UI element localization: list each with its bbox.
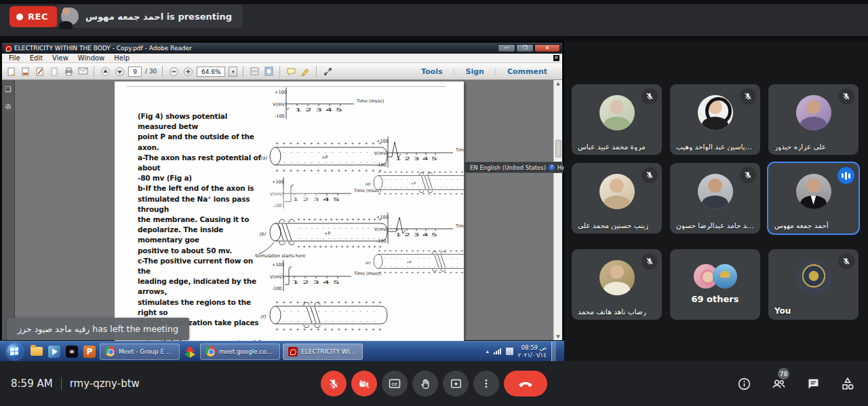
avatar bbox=[796, 174, 831, 209]
taskbar-button-meet[interactable]: Meet - Group E - ... bbox=[100, 344, 180, 360]
pinwheel-app-icon[interactable] bbox=[182, 344, 197, 359]
previous-page-icon[interactable] bbox=[100, 66, 111, 77]
document-icon[interactable] bbox=[49, 66, 60, 77]
svg-text:(a): (a) bbox=[260, 155, 267, 161]
language-label[interactable]: EN English (United States) bbox=[470, 164, 546, 171]
mic-off-icon bbox=[838, 253, 854, 270]
axon-panel-a: (a) + + + + + + + + + + + + + + + + - - … bbox=[260, 141, 387, 172]
more-vertical-icon bbox=[481, 378, 492, 389]
print-icon[interactable] bbox=[63, 66, 74, 77]
chat-button[interactable] bbox=[805, 375, 821, 392]
menu-help[interactable]: Help bbox=[110, 54, 134, 62]
meeting-details-button[interactable] bbox=[736, 375, 752, 392]
action-center-flag-icon[interactable] bbox=[506, 348, 513, 355]
close-button[interactable]: ✕ bbox=[534, 44, 560, 52]
tools-link[interactable]: Tools bbox=[416, 67, 448, 76]
graph-e: +100 V(mV) -100 1 2 3 4 5 Time (msec) bbox=[374, 213, 464, 244]
svg-text:Time (msec): Time (msec) bbox=[356, 98, 384, 104]
powerpoint-icon[interactable]: P bbox=[82, 344, 97, 359]
participant-tile[interactable]: مروة محمد عبيد عباس bbox=[572, 84, 662, 155]
help-icon[interactable]: ? bbox=[549, 164, 555, 170]
svg-text:+P: +P bbox=[406, 260, 411, 264]
scroll-up-icon[interactable]: ▲ bbox=[556, 81, 559, 86]
others-tile[interactable]: 69 others bbox=[670, 249, 760, 320]
zoom-in-icon[interactable] bbox=[182, 66, 193, 77]
tray-expand-icon[interactable]: ▴ bbox=[486, 348, 489, 354]
language-bar[interactable]: EN English (United States) ? Help ▴▾ bbox=[464, 162, 563, 173]
participant-tile[interactable]: رضاب ناهد هاتف محمد bbox=[572, 249, 662, 320]
participant-tile[interactable]: تبارك ياسين عبد الواحد وهيب bbox=[670, 84, 760, 155]
menu-view[interactable]: View bbox=[48, 54, 73, 62]
comment-bubble-icon[interactable] bbox=[285, 66, 296, 77]
email-icon[interactable] bbox=[77, 66, 88, 77]
scroll-down-icon[interactable]: ▼ bbox=[556, 334, 559, 339]
presentation-share-area[interactable]: ELECTRICITY WITHIN THE BODY - Copy.pdf -… bbox=[0, 41, 564, 361]
edit-document-icon[interactable] bbox=[35, 66, 45, 77]
participants-button[interactable]: 78 bbox=[770, 375, 787, 392]
mic-off-icon bbox=[642, 167, 658, 183]
save-icon[interactable] bbox=[20, 66, 31, 77]
minimize-button[interactable]: — bbox=[498, 44, 515, 52]
top-header: REC احمد جمعه مهوس is presenting bbox=[0, 0, 868, 41]
participant-tile[interactable]: زينب حسنين محمد علي bbox=[572, 163, 662, 234]
svg-text:1 2 3 4 5: 1 2 3 4 5 bbox=[395, 232, 437, 238]
scrollbar-thumb[interactable] bbox=[555, 140, 561, 158]
participant-name: أحمد جمعه مهوس bbox=[774, 221, 852, 229]
camera-toggle-button[interactable] bbox=[351, 371, 377, 396]
window-titlebar[interactable]: ELECTRICITY WITHIN THE BODY - Copy.pdf -… bbox=[2, 43, 562, 54]
start-button[interactable] bbox=[7, 344, 22, 359]
menu-window[interactable]: Window bbox=[74, 54, 108, 62]
recording-label: REC bbox=[28, 12, 48, 22]
open-file-icon[interactable] bbox=[6, 66, 17, 77]
svg-text:- - - - - - - - - - - - - -: - - - - - - - - - - - - - - bbox=[300, 225, 376, 230]
zoom-out-icon[interactable] bbox=[168, 66, 179, 77]
next-page-icon[interactable] bbox=[114, 66, 125, 77]
page-number-input[interactable]: 9 bbox=[128, 67, 142, 77]
present-button[interactable] bbox=[443, 371, 469, 396]
participant-name: مروة محمد عبيد عباس bbox=[578, 143, 656, 151]
system-tray: ▴ 08:59 ص ٢٠٢١/٠٦/١٤ bbox=[486, 342, 563, 362]
zoom-dropdown-icon[interactable]: ▾ bbox=[229, 67, 237, 77]
info-icon bbox=[737, 377, 751, 391]
captions-button[interactable]: CC bbox=[382, 371, 408, 396]
svg-text:+100: +100 bbox=[272, 262, 284, 267]
svg-text:-100: -100 bbox=[275, 113, 285, 119]
svg-text:+100: +100 bbox=[272, 179, 284, 185]
maximize-button[interactable]: ❐ bbox=[516, 44, 534, 52]
participant-tile[interactable]: أحمد حامد عبدالرضا حسون bbox=[670, 163, 760, 234]
menu-edit[interactable]: Edit bbox=[26, 54, 47, 62]
show-desktop-button[interactable] bbox=[551, 342, 556, 362]
document-close-icon[interactable]: ✕ bbox=[553, 55, 559, 61]
sign-link[interactable]: Sign bbox=[460, 67, 489, 76]
more-options-button[interactable] bbox=[473, 371, 499, 396]
raise-hand-button[interactable] bbox=[412, 371, 438, 396]
sign-pen-icon[interactable] bbox=[300, 66, 311, 77]
svg-text:+ + + + + + + + + + + + + + +: + + + + + + + + + + + + + + + + bbox=[275, 141, 382, 145]
camera-app-icon[interactable] bbox=[64, 344, 79, 359]
taskbar-button-meet-google[interactable]: meet.google.com... bbox=[200, 344, 280, 360]
you-tile[interactable]: You bbox=[768, 249, 859, 320]
vertical-scrollbar[interactable]: ▲ ▼ bbox=[553, 80, 562, 340]
taskbar-button-pdf[interactable]: ELECTRICITY WIT... bbox=[283, 344, 363, 360]
end-call-button[interactable] bbox=[504, 371, 547, 396]
activities-button[interactable] bbox=[840, 375, 856, 392]
tray-clock[interactable]: 08:59 ص ٢٠٢١/٠٦/١٤ bbox=[518, 344, 547, 359]
menu-file[interactable]: File bbox=[5, 54, 24, 62]
media-player-icon[interactable] bbox=[47, 344, 62, 359]
participant-tile-active-speaker[interactable]: أحمد جمعه مهوس bbox=[768, 163, 859, 234]
participant-tile[interactable]: علي عزاره حيذور bbox=[768, 84, 859, 155]
file-explorer-icon[interactable] bbox=[29, 344, 44, 359]
zoom-level-input[interactable]: 64.6% bbox=[197, 67, 225, 77]
comment-link[interactable]: Comment bbox=[502, 67, 553, 76]
svg-text:+ + + + + + + + + + + + + + +: + + + + + + + + + + + + + + + + bbox=[297, 217, 382, 221]
attachments-icon[interactable]: ✇ bbox=[4, 103, 12, 111]
svg-text:1 2 3 4 5: 1 2 3 4 5 bbox=[295, 107, 342, 113]
fit-page-icon[interactable] bbox=[263, 66, 274, 77]
network-signal-icon[interactable] bbox=[494, 348, 501, 354]
page-thumbnails-icon[interactable]: ❏ bbox=[4, 86, 12, 94]
svg-text:Time (msec): Time (msec) bbox=[455, 223, 464, 229]
fullscreen-icon[interactable] bbox=[322, 66, 333, 77]
mic-toggle-button[interactable] bbox=[321, 371, 347, 396]
scrolling-mode-icon[interactable] bbox=[249, 66, 260, 77]
avatar bbox=[713, 264, 737, 289]
